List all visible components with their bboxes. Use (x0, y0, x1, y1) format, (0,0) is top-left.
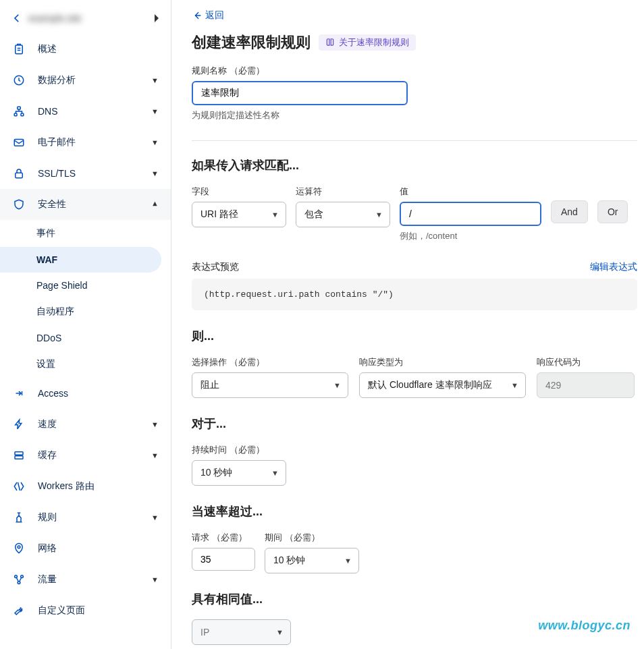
nav-network[interactable]: 网络 (0, 533, 171, 564)
subnav-events[interactable]: 事件 (0, 220, 171, 247)
security-subnav: 事件 WAF Page Shield 自动程序 DDoS 设置 (0, 220, 171, 378)
field-col-label: 字段 (192, 186, 286, 198)
duration-label: 持续时间 （必需） (192, 444, 637, 456)
nav-label: Access (38, 388, 159, 399)
nav-custom-pages[interactable]: 自定义页面 (0, 595, 171, 626)
nav-rules[interactable]: 规则 ▼ (0, 502, 171, 533)
nav-speed[interactable]: 速度 ▼ (0, 409, 171, 440)
subnav-page-shield[interactable]: Page Shield (0, 273, 171, 298)
requests-label: 请求 （必需） (192, 532, 255, 544)
nav-label: 网络 (38, 542, 159, 555)
operator-select-value: 包含 (304, 208, 323, 221)
same-value-select[interactable]: IP ▼ (192, 619, 291, 645)
nav-email[interactable]: 电子邮件 ▼ (0, 127, 171, 158)
nav-traffic[interactable]: 流量 ▼ (0, 564, 171, 595)
operator-col-label: 运算符 (296, 186, 390, 198)
chevron-down-icon: ▼ (151, 420, 159, 428)
field-select-value: URI 路径 (200, 208, 238, 221)
expr-preview: (http.request.uri.path contains "/") (192, 279, 637, 310)
about-rate-limit-link[interactable]: 关于速率限制规则 (319, 34, 416, 51)
chevron-down-icon: ▼ (344, 557, 352, 565)
value-helper: 例如，/content (400, 230, 541, 242)
resp-type-value: 默认 Cloudflare 速率限制响应 (368, 379, 492, 391)
nav-label: 缓存 (38, 449, 151, 461)
action-select[interactable]: 阻止 ▼ (192, 372, 348, 398)
nav-analytics[interactable]: 数据分析 ▼ (0, 65, 171, 96)
action-select-value: 阻止 (200, 379, 219, 391)
workers-icon (12, 480, 26, 493)
operator-select[interactable]: 包含 ▼ (296, 202, 390, 227)
chevron-down-icon: ▼ (333, 381, 341, 389)
svg-rect-8 (15, 456, 23, 459)
back-link-label: 返回 (205, 9, 224, 22)
network-icon (12, 105, 26, 118)
nav-security[interactable]: 安全性 ▼ (0, 189, 171, 220)
svg-rect-0 (16, 45, 23, 54)
svg-rect-2 (18, 107, 21, 109)
and-button[interactable]: And (551, 200, 588, 223)
rule-name-helper: 为规则指定描述性名称 (192, 109, 637, 121)
subnav-settings[interactable]: 设置 (0, 351, 171, 378)
nav-workers[interactable]: Workers 路由 (0, 471, 171, 502)
subnav-ddos[interactable]: DDoS (0, 325, 171, 351)
nav-overview[interactable]: 概述 (0, 34, 171, 65)
chevron-down-icon: ▼ (271, 210, 279, 219)
nav-label: Workers 路由 (38, 480, 159, 492)
chevron-down-icon: ▼ (276, 628, 284, 636)
subnav-waf[interactable]: WAF (0, 247, 161, 273)
duration-select[interactable]: 10 秒钟 ▼ (192, 460, 286, 486)
field-select[interactable]: URI 路径 ▼ (192, 202, 286, 227)
chevron-down-icon: ▼ (151, 76, 159, 84)
nav-access[interactable]: Access (0, 378, 171, 409)
when-section-title: 当速率超过... (192, 503, 637, 519)
book-icon (325, 38, 335, 47)
back-arrow-icon[interactable] (11, 12, 23, 24)
chevron-down-icon: ▼ (151, 169, 159, 177)
sidebar: example.site 概述 数据分析 ▼ DNS ▼ 电子邮件 ▼ SSL/… (0, 0, 171, 649)
svg-rect-5 (14, 140, 24, 146)
bolt-icon (12, 418, 26, 431)
divider (192, 140, 637, 141)
chevron-down-icon: ▼ (151, 138, 159, 146)
period-select[interactable]: 10 秒钟 ▼ (265, 548, 359, 573)
edit-expr-link[interactable]: 编辑表达式 (590, 261, 637, 273)
site-caret-icon[interactable] (153, 14, 159, 22)
rule-name-input[interactable] (192, 81, 408, 105)
rule-name-label: 规则名称 （必需） (192, 65, 637, 77)
nav-label: SSL/TLS (38, 168, 151, 179)
duration-value: 10 秒钟 (200, 467, 232, 479)
resp-type-label: 响应类型为 (359, 356, 526, 368)
resp-type-select[interactable]: 默认 Cloudflare 速率限制响应 ▼ (359, 372, 526, 398)
wrench-icon (12, 604, 26, 617)
or-button[interactable]: Or (597, 200, 628, 223)
subnav-bots[interactable]: 自动程序 (0, 298, 171, 325)
period-value: 10 秒钟 (273, 555, 305, 567)
arrow-right-circle-icon (12, 387, 26, 400)
main-content: 返回 创建速率限制规则 关于速率限制规则 规则名称 （必需） 为规则指定描述性名… (171, 0, 644, 649)
same-value: IP (200, 627, 209, 638)
chevron-down-icon: ▼ (271, 469, 279, 477)
back-link[interactable]: 返回 (192, 9, 224, 22)
value-input[interactable] (400, 202, 541, 226)
chevron-up-icon: ▼ (151, 200, 159, 208)
clock-icon (12, 74, 26, 87)
nav-list: 概述 数据分析 ▼ DNS ▼ 电子邮件 ▼ SSL/TLS ▼ 安全性 ▼ (0, 34, 171, 626)
site-selector[interactable]: example.site (0, 8, 171, 34)
chevron-down-icon: ▼ (151, 451, 159, 459)
expr-preview-label: 表达式预览 (192, 261, 239, 273)
match-section-title: 如果传入请求匹配... (192, 157, 637, 173)
then-section-title: 则... (192, 328, 637, 344)
shield-icon (12, 198, 26, 211)
nav-dns[interactable]: DNS ▼ (0, 96, 171, 127)
chevron-down-icon: ▼ (151, 513, 159, 521)
nav-cache[interactable]: 缓存 ▼ (0, 440, 171, 471)
chevron-down-icon: ▼ (151, 107, 159, 115)
requests-input[interactable] (192, 548, 255, 571)
nav-label: 规则 (38, 511, 151, 524)
location-icon (12, 542, 26, 555)
nav-ssl[interactable]: SSL/TLS ▼ (0, 158, 171, 189)
for-section-title: 对于... (192, 416, 637, 432)
svg-rect-6 (16, 173, 23, 178)
rules-icon (12, 511, 26, 524)
about-link-label: 关于速率限制规则 (339, 36, 409, 49)
